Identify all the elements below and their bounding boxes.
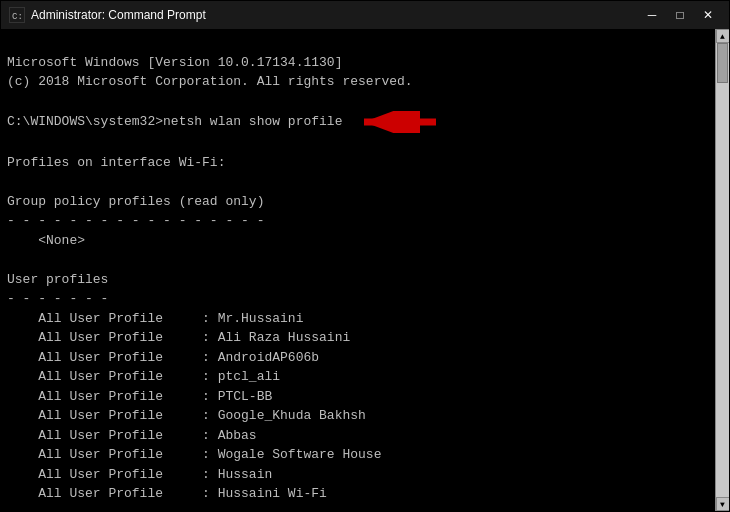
title-bar: C: Administrator: Command Prompt ─ □ ✕ xyxy=(1,1,729,29)
title-bar-buttons: ─ □ ✕ xyxy=(639,5,721,25)
profile-7: All User Profile : Abbas xyxy=(7,428,257,443)
profile-9: All User Profile : Hussain xyxy=(7,467,272,482)
scrollbar[interactable]: ▲ ▼ xyxy=(715,29,729,511)
profile-8: All User Profile : Wogale Software House xyxy=(7,447,381,462)
content-area: Microsoft Windows [Version 10.0.17134.11… xyxy=(1,29,729,511)
window-title: Administrator: Command Prompt xyxy=(31,8,206,22)
minimize-button[interactable]: ─ xyxy=(639,5,665,25)
close-button[interactable]: ✕ xyxy=(695,5,721,25)
profile-1: All User Profile : Mr.Hussaini xyxy=(7,311,303,326)
line-user-profiles: User profiles xyxy=(7,272,108,287)
line-none: <None> xyxy=(7,233,85,248)
maximize-button[interactable]: □ xyxy=(667,5,693,25)
line-copyright: (c) 2018 Microsoft Corporation. All righ… xyxy=(7,74,413,89)
profile-2: All User Profile : Ali Raza Hussaini xyxy=(7,330,350,345)
profile-3: All User Profile : AndroidAP606b xyxy=(7,350,319,365)
scroll-up-button[interactable]: ▲ xyxy=(716,29,730,43)
title-bar-left: C: Administrator: Command Prompt xyxy=(9,7,206,23)
profile-10: All User Profile : Hussaini Wi-Fi xyxy=(7,486,327,501)
svg-text:C:: C: xyxy=(12,12,23,22)
line-separator1: - - - - - - - - - - - - - - - - - xyxy=(7,213,264,228)
profile-4: All User Profile : ptcl_ali xyxy=(7,369,280,384)
window: C: Administrator: Command Prompt ─ □ ✕ M… xyxy=(0,0,730,512)
profile-6: All User Profile : Google_Khuda Bakhsh xyxy=(7,408,366,423)
scroll-down-button[interactable]: ▼ xyxy=(716,497,730,511)
scroll-thumb[interactable] xyxy=(717,43,728,83)
terminal-output[interactable]: Microsoft Windows [Version 10.0.17134.11… xyxy=(1,29,715,511)
line-version: Microsoft Windows [Version 10.0.17134.11… xyxy=(7,55,342,70)
profile-5: All User Profile : PTCL-BB xyxy=(7,389,272,404)
line-separator2: - - - - - - - xyxy=(7,291,108,306)
cmd-icon: C: xyxy=(9,7,25,23)
scroll-track[interactable] xyxy=(716,43,729,497)
line-prompt: C:\WINDOWS\system32>netsh wlan show prof… xyxy=(7,114,444,129)
line-group-policy: Group policy profiles (read only) xyxy=(7,194,264,209)
line-profiles-header: Profiles on interface Wi-Fi: xyxy=(7,155,225,170)
